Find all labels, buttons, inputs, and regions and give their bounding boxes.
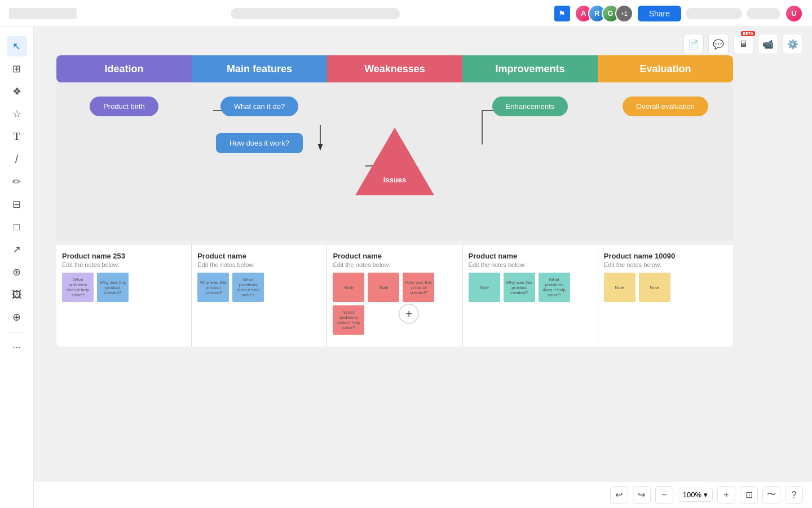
note-card-ideation: Product name 253 Edit the notes below: W… [56,245,192,347]
note-card-subtitle-1: Edit the notes below: [62,261,186,268]
fit-view-button[interactable]: ⊡ [740,486,758,504]
note-card-subtitle-4: Edit the notes below: [469,261,592,268]
sticky-1-1[interactable]: What problems does it help solve? [62,273,94,302]
flow-area: Product birth What can it do? How does i… [56,82,733,240]
stickies-4: Note Why was this product created? What … [469,273,592,302]
sticky-3-1[interactable]: Note [333,273,364,302]
sidebar-flowchart-btn[interactable]: ⊛ [7,262,27,282]
video-icon-btn[interactable]: 📹 [758,34,778,54]
zoom-in-button[interactable]: + [717,486,735,504]
node-enhancements[interactable]: Enhancements [492,97,568,116]
note-cards-section: Product name 253 Edit the notes below: W… [56,245,733,347]
toolbar-right: 📄 💬 🖥 BETA 📹 ⚙️ [683,34,803,54]
comments-icon-btn[interactable]: 💬 [708,34,729,54]
stickies-5: Note Note [604,273,727,302]
sticky-5-2[interactable]: Note [639,273,670,302]
sidebar-sticky-btn[interactable]: □ [7,217,27,237]
note-card-title-2: Product name [197,252,321,260]
note-card-evaluation: Product name 10090 Edit the notes below:… [598,245,733,347]
col-header-improvements: Improvements [462,55,598,82]
left-sidebar: ↖ ⊞ ❖ ☆ T / ✏ ⊟ □ ↗ ⊛ 🖼 ⊕ ··· [0,27,34,508]
user-avatar[interactable]: U [785,5,803,23]
top-bar-left [9,8,77,19]
sticky-3-2[interactable]: Note [368,273,399,302]
zoom-value: 100% [683,491,701,499]
note-card-subtitle-3: Edit the notes below: [333,261,456,268]
sidebar-embed-btn[interactable]: ⊕ [7,307,27,327]
share-button[interactable]: Share [638,6,681,21]
top-bar-center [77,8,554,19]
flow-col-weaknesses: Issues [327,82,462,240]
sticky-5-1[interactable]: Note [604,273,636,302]
animate-button[interactable]: 〜 [762,486,780,504]
node-what-can-it-do[interactable]: What can it do? [220,97,298,116]
avatar-count: +1 [615,5,633,23]
node-issues-container[interactable]: Issues [355,128,434,195]
view-control-pill[interactable] [686,8,742,19]
sticky-3-4[interactable]: What problems does it help solve? [333,305,364,335]
col-header-evaluation: Evaluation [598,55,733,82]
note-card-subtitle-5: Edit the notes below: [604,261,727,268]
undo-button[interactable]: ↩ [610,486,628,504]
stickies-2: Why was this product created? What probl… [197,273,321,302]
note-card-features: Product name Edit the notes below: Why w… [192,245,327,347]
settings-icon-btn[interactable]: ⚙️ [783,34,803,54]
top-bar: ⚑ A R G +1 Share U [0,0,812,27]
sticky-3-3[interactable]: Why was this product created? [403,273,434,302]
main-canvas[interactable]: Ideation Main features Weaknesses Improv… [34,27,812,508]
sidebar-favorites-btn[interactable]: ☆ [7,104,27,124]
sidebar-text-btn[interactable]: T [7,126,27,147]
zoom-out-button[interactable]: − [655,486,673,504]
zoom-control[interactable]: 100% ▾ [678,488,713,502]
sidebar-pen-btn[interactable]: ✏ [7,172,27,192]
sidebar-line-btn[interactable]: / [7,149,27,169]
sidebar-frames-btn[interactable]: ⊞ [7,59,27,79]
add-button[interactable]: + [399,304,419,324]
help-button[interactable]: ? [785,486,803,504]
col-header-main-features: Main features [192,55,327,82]
sticky-1-2[interactable]: Why was this product created? [97,273,129,302]
node-overall-evaluation[interactable]: Overall evaluation [623,97,708,116]
menu-pill[interactable] [747,8,780,19]
top-bar-right: ⚑ A R G +1 Share U [554,5,803,23]
note-card-title-1: Product name 253 [62,252,186,260]
note-card-subtitle-2: Edit the notes below: [197,261,321,268]
sidebar-cursor-btn[interactable]: ↖ [7,36,27,56]
note-card-improvements: Product name Edit the notes below: Note … [463,245,598,347]
sticky-4-3[interactable]: What problems does it help solve? [539,273,570,302]
redo-button[interactable]: ↪ [633,486,651,504]
flow-col-features: What can it do? How does it work? [192,82,327,240]
sticky-4-1[interactable]: Note [469,273,500,302]
present-icon-btn[interactable]: 🖥 BETA [733,34,753,54]
flag-icon: ⚑ [554,6,570,21]
sidebar-chart-btn[interactable]: ↗ [7,239,27,260]
sidebar-table-btn[interactable]: ⊟ [7,194,27,214]
sticky-2-1[interactable]: Why was this product created? [197,273,229,302]
avatar-group: A R G +1 [575,5,633,23]
note-card-title-5: Product name 10090 [604,252,727,260]
node-how-does-it-work[interactable]: How does it work? [216,133,303,153]
frames-icon-btn[interactable]: 📄 [683,34,704,54]
sticky-4-2[interactable]: Why was this product created? [504,273,535,302]
sticky-2-2[interactable]: What problems does it help solve? [232,273,264,302]
top-bar-search-bar[interactable] [231,8,400,19]
stickies-1: What problems does it help solve? Why wa… [62,273,186,302]
note-card-weaknesses: Product name Edit the notes below: Note … [327,245,462,347]
note-card-title-3: Product name [333,252,456,260]
beta-badge: BETA [741,31,755,36]
node-issues-label: Issues [383,176,406,184]
sidebar-shapes-btn[interactable]: ❖ [7,81,27,102]
flow-col-improvements: Enhancements [462,82,598,240]
note-card-title-4: Product name [469,252,592,260]
top-bar-title-placeholder [9,8,77,19]
sidebar-more-btn[interactable]: ··· [7,337,27,357]
stickies-3: Note Note Why was this product created? … [333,273,456,335]
diagram-wrapper: Ideation Main features Weaknesses Improv… [56,55,761,347]
zoom-dropdown-icon: ▾ [704,491,708,499]
node-product-birth[interactable]: Product birth [90,97,158,116]
col-header-ideation: Ideation [56,55,192,82]
sidebar-image-btn[interactable]: 🖼 [7,284,27,305]
bottom-bar: ↩ ↪ − 100% ▾ + ⊡ 〜 ? [34,481,812,508]
columns-header: Ideation Main features Weaknesses Improv… [56,55,733,82]
col-header-weaknesses: Weaknesses [327,55,462,82]
